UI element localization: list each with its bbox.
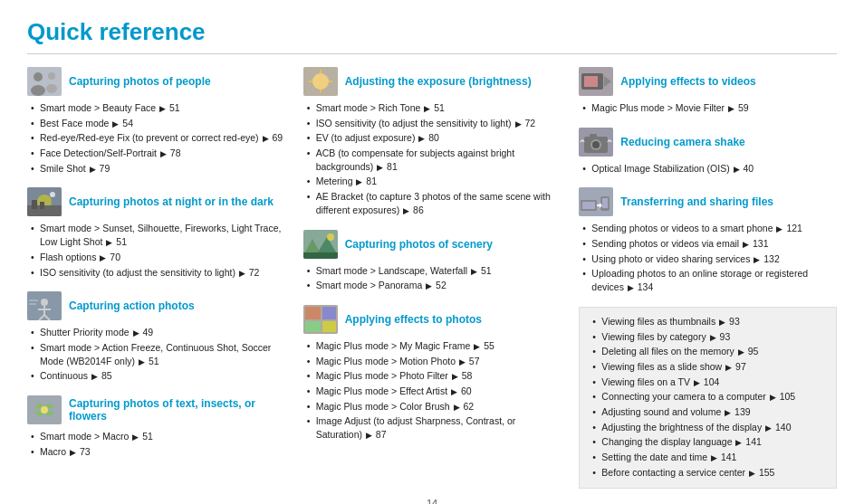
- arrow-icon: ▶: [139, 357, 145, 368]
- arrow-icon: ▶: [426, 281, 432, 292]
- list-item: Metering ▶ 81: [307, 175, 562, 188]
- arrow-icon: ▶: [263, 133, 269, 145]
- list-item: Face Detection/Self-Portrait ▶ 78: [31, 147, 285, 160]
- arrow-icon: ▶: [776, 223, 782, 235]
- list-item: Smart mode > Rich Tone ▶ 51: [307, 101, 562, 115]
- list-item: Macro ▶ 73: [31, 445, 285, 459]
- svg-rect-49: [590, 134, 597, 138]
- arrow-icon: ▶: [734, 164, 740, 176]
- list-item: Smart mode > Landscape, Waterfall ▶ 51: [307, 264, 562, 278]
- arrow-icon: ▶: [70, 447, 76, 459]
- svg-point-12: [41, 299, 48, 306]
- svg-point-35: [327, 233, 334, 241]
- arrow-icon: ▶: [100, 252, 106, 264]
- arrow-icon: ▶: [515, 119, 522, 130]
- svg-point-48: [592, 141, 600, 148]
- section-title-applying-effects: Applying effects to photos: [345, 313, 482, 326]
- section-header-capturing-text: Capturing photos of text, insects, or fl…: [27, 395, 285, 424]
- svg-rect-54: [602, 198, 608, 208]
- section-capturing-people: Capturing photos of peopleSmart mode > B…: [27, 67, 285, 175]
- list-item: Red-eye/Red-eye Fix (to prevent or corre…: [31, 131, 285, 145]
- svg-point-10: [50, 192, 55, 197]
- list-item: Smart mode > Beauty Face ▶ 51: [31, 101, 285, 115]
- list-item: Adjusting the brightness of the display …: [592, 421, 827, 434]
- arrow-icon: ▶: [91, 371, 98, 383]
- arrow-icon: ▶: [90, 164, 96, 176]
- section-list-capturing-people: Smart mode > Beauty Face ▶ 51Best Face m…: [27, 101, 285, 175]
- list-item: Best Face mode ▶ 54: [31, 117, 285, 130]
- list-item: ISO sensitivity (to adjust the sensitivi…: [31, 266, 285, 280]
- list-item: ISO sensitivity (to adjust the sensitivi…: [307, 117, 562, 130]
- arrow-icon: ▶: [452, 371, 458, 383]
- section-title-capturing-people: Capturing photos of people: [69, 75, 211, 88]
- column-3: Applying effects to videosMagic Plus mod…: [579, 67, 837, 489]
- list-item: Sending photos or videos to a smart phon…: [582, 222, 837, 235]
- section-header-adjusting-exposure: Adjusting the exposure (brightness): [303, 67, 562, 96]
- section-applying-video-effects: Applying effects to videosMagic Plus mod…: [579, 67, 837, 115]
- section-list-adjusting-exposure: Smart mode > Rich Tone ▶ 51ISO sensitivi…: [303, 101, 562, 217]
- page-title: Quick reference: [27, 18, 837, 46]
- list-item: Magic Plus mode > Movie Filter ▶ 59: [582, 101, 837, 115]
- section-title-applying-video-effects: Applying effects to videos: [620, 75, 755, 88]
- svg-point-2: [31, 85, 45, 96]
- list-item: Viewing files on a TV ▶ 104: [592, 376, 827, 389]
- list-item: Smart mode > Action Freeze, Continuous S…: [31, 341, 285, 367]
- arrow-icon: ▶: [133, 328, 139, 339]
- arrow-icon: ▶: [239, 268, 245, 280]
- list-item: Connecting your camera to a computer ▶ 1…: [592, 390, 827, 404]
- transfer-icon: [579, 187, 613, 216]
- section-transferring-files: Transferring and sharing filesSending ph…: [579, 187, 837, 293]
- svg-rect-44: [584, 76, 598, 87]
- section-title-reducing-shake: Reducing camera shake: [620, 136, 744, 148]
- arrow-icon: ▶: [725, 407, 731, 419]
- list-item: Smart mode > Panorama ▶ 52: [307, 279, 562, 292]
- arrow-icon: ▶: [628, 282, 634, 294]
- title-divider: [27, 53, 837, 54]
- list-item: Smile Shot ▶ 79: [31, 162, 285, 176]
- list-item: Adjusting sound and volume ▶ 139: [592, 405, 827, 419]
- list-item: Changing the display language ▶ 141: [592, 435, 827, 449]
- list-item: EV (to adjust exposure) ▶ 80: [307, 131, 562, 145]
- arrow-icon: ▶: [743, 239, 749, 251]
- section-list-applying-video-effects: Magic Plus mode > Movie Filter ▶ 59: [579, 101, 837, 115]
- section-header-capturing-people: Capturing photos of people: [27, 67, 285, 96]
- arrow-icon: ▶: [159, 103, 166, 115]
- svg-point-20: [41, 406, 48, 414]
- section-list-capturing-action: Shutter Priority mode ▶ 49Smart mode > A…: [27, 326, 285, 383]
- section-reducing-shake: Reducing camera shakeOptical Image Stabi…: [579, 128, 837, 176]
- section-header-capturing-action: Capturing action photos: [27, 291, 285, 320]
- list-item: Smart mode > Sunset, Silhouette, Firewor…: [31, 222, 285, 248]
- section-list-capturing-text: Smart mode > Macro ▶ 51Macro ▶ 73: [27, 430, 285, 458]
- arrow-icon: ▶: [711, 452, 717, 464]
- arrow-icon: ▶: [754, 254, 760, 266]
- arrow-icon: ▶: [106, 237, 112, 249]
- list-item: Optical Image Stabilization (OIS) ▶ 40: [582, 162, 837, 176]
- list-item: ACB (to compensate for subjects against …: [307, 147, 562, 173]
- list-item: Using photo or video sharing services ▶ …: [582, 252, 837, 266]
- section-title-capturing-action: Capturing action photos: [69, 300, 195, 312]
- section-header-transferring-files: Transferring and sharing files: [579, 187, 837, 216]
- section-title-capturing-scenery: Capturing photos of scenery: [345, 238, 493, 251]
- section-list-capturing-night: Smart mode > Sunset, Silhouette, Firewor…: [27, 222, 285, 279]
- scenery-icon: [303, 230, 338, 259]
- arrow-icon: ▶: [735, 437, 742, 449]
- list-item: Setting the date and time ▶ 141: [592, 451, 827, 464]
- list-item: Viewing files by category ▶ 93: [592, 330, 827, 344]
- arrow-icon: ▶: [418, 133, 425, 145]
- gray-box-list: Viewing files as thumbnails ▶ 93Viewing …: [589, 315, 827, 480]
- section-list-reducing-shake: Optical Image Stabilization (OIS) ▶ 40: [579, 162, 837, 176]
- section-capturing-scenery: Capturing photos of scenerySmart mode > …: [303, 230, 562, 292]
- svg-point-1: [34, 72, 43, 81]
- svg-rect-38: [322, 307, 336, 319]
- shake-icon: [579, 128, 613, 157]
- arrow-icon: ▶: [356, 176, 362, 188]
- section-list-capturing-scenery: Smart mode > Landscape, Waterfall ▶ 51Sm…: [303, 264, 562, 292]
- list-item: Smart mode > Macro ▶ 51: [31, 430, 285, 443]
- list-item: Uploading photos to an online storage or…: [582, 267, 837, 293]
- svg-rect-9: [40, 202, 44, 209]
- section-header-capturing-night: Capturing photos at night or in the dark: [27, 187, 285, 216]
- arrow-icon: ▶: [424, 103, 430, 115]
- arrow-icon: ▶: [728, 103, 734, 115]
- section-title-capturing-text: Capturing photos of text, insects, or fl…: [69, 397, 285, 423]
- arrow-icon: ▶: [694, 377, 700, 389]
